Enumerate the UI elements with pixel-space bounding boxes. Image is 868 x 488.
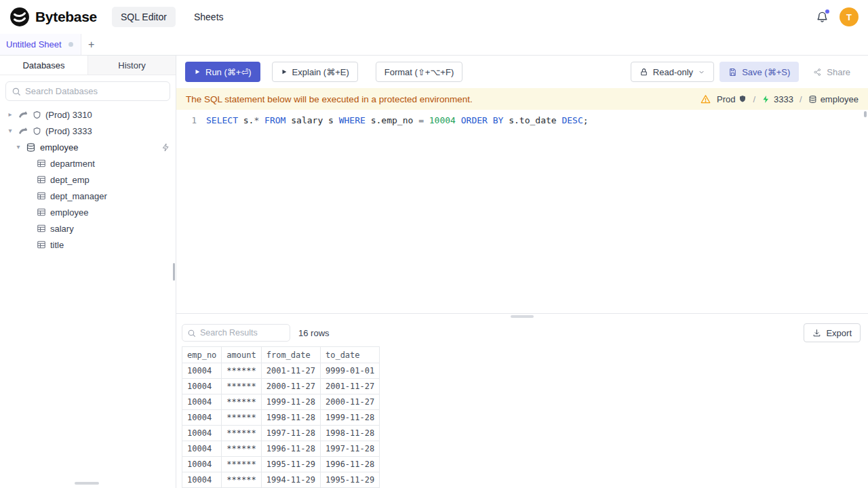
column-header-emp_no[interactable]: emp_no — [182, 347, 222, 363]
table-row[interactable]: 10004******1999-11-282000-11-27 — [182, 394, 380, 410]
table-cell[interactable]: 1999-11-28 — [261, 394, 320, 410]
explain-label: Explain (⌘+E) — [292, 67, 349, 77]
table-cell[interactable]: ****** — [222, 457, 261, 472]
table-cell[interactable]: 9999-01-01 — [320, 363, 379, 379]
run-button[interactable]: Run (⌘+⏎) — [185, 62, 260, 82]
search-results-input[interactable] — [200, 328, 285, 338]
notifications-button[interactable] — [816, 11, 829, 24]
table-row[interactable]: 10004******2000-11-272001-11-27 — [182, 379, 380, 394]
connect-bolt-icon[interactable] — [161, 143, 170, 152]
table-cell[interactable]: 2001-11-27 — [261, 363, 320, 379]
sidebar-resize-handle[interactable] — [173, 263, 175, 281]
table-row[interactable]: 10004******1995-11-291996-11-28 — [182, 457, 380, 472]
table-cell[interactable]: 1996-11-28 — [320, 457, 379, 472]
table-cell[interactable]: ****** — [222, 426, 261, 441]
sidebar-table-dept_emp[interactable]: dept_emp — [0, 171, 176, 188]
sidebar-instance-3310[interactable]: ▸ (Prod) 3310 — [0, 106, 176, 123]
share-button[interactable]: Share — [804, 62, 859, 82]
table-cell[interactable]: 10004 — [182, 426, 222, 441]
table-cell[interactable]: 1995-11-29 — [261, 457, 320, 472]
environment-chip[interactable]: Prod — [717, 94, 747, 104]
table-cell[interactable]: 1994-11-29 — [261, 472, 320, 488]
sql-token: s.to_date — [503, 115, 561, 125]
table-cell[interactable]: ****** — [222, 472, 261, 488]
table-row[interactable]: 10004******1997-11-281998-11-28 — [182, 426, 380, 441]
sidebar-table-salary[interactable]: salary — [0, 220, 176, 237]
sidebar-table-department[interactable]: department — [0, 155, 176, 171]
sheet-tab-untitled[interactable]: Untitled Sheet — [0, 34, 81, 55]
brand[interactable]: Bytebase — [9, 7, 97, 27]
table-cell[interactable]: ****** — [222, 363, 261, 379]
top-bar: Bytebase SQL Editor Sheets T — [0, 0, 868, 34]
explain-button[interactable]: Explain (⌘+E) — [272, 62, 358, 82]
chevron-down-icon[interactable]: ▾ — [7, 127, 14, 134]
database-icon — [26, 142, 36, 152]
table-cell[interactable]: 10004 — [182, 379, 222, 394]
environment-label: Prod — [717, 94, 735, 104]
table-cell[interactable]: 10004 — [182, 410, 222, 426]
sql-token: 10004 — [429, 115, 456, 125]
panel-splitter[interactable] — [176, 313, 868, 319]
table-cell[interactable]: 1998-11-28 — [261, 410, 320, 426]
sidebar-tabs: Databases History — [0, 56, 176, 75]
table-cell[interactable]: 1999-11-28 — [320, 410, 379, 426]
separator: / — [753, 94, 755, 104]
instance-chip[interactable]: 3333 — [762, 94, 793, 104]
instance-engine-icon — [18, 125, 28, 136]
results-table: emp_noamountfrom_dateto_date 10004******… — [182, 346, 380, 488]
table-item-label: department — [50, 159, 95, 169]
chevron-right-icon[interactable]: ▸ — [7, 111, 14, 118]
table-cell[interactable]: ****** — [222, 394, 261, 410]
results-table-wrap: emp_noamountfrom_dateto_date 10004******… — [176, 346, 868, 488]
database-search — [5, 81, 170, 101]
table-row[interactable]: 10004******2001-11-279999-01-01 — [182, 363, 380, 379]
table-cell[interactable]: 1995-11-29 — [320, 472, 379, 488]
run-label: Run (⌘+⏎) — [205, 67, 252, 77]
column-header-from_date[interactable]: from_date — [261, 347, 320, 363]
sidebar-database-employee[interactable]: ▾ employee — [0, 139, 176, 155]
table-icon — [37, 207, 46, 217]
editor-scrollbar-thumb[interactable] — [864, 111, 867, 117]
notification-dot — [825, 9, 829, 14]
tab-databases[interactable]: Databases — [0, 56, 87, 75]
column-header-amount[interactable]: amount — [222, 347, 261, 363]
sidebar-horizontal-scrollbar[interactable] — [75, 482, 99, 485]
sidebar-instance-3333[interactable]: ▾ (Prod) 3333 — [0, 123, 176, 139]
sidebar-table-dept_manager[interactable]: dept_manager — [0, 188, 176, 204]
table-row[interactable]: 10004******1996-11-281997-11-28 — [182, 441, 380, 457]
search-databases-input[interactable] — [25, 86, 164, 96]
sidebar-table-employee[interactable]: employee — [0, 204, 176, 220]
database-chip[interactable]: employee — [808, 94, 859, 104]
nav-sql-editor[interactable]: SQL Editor — [112, 7, 176, 27]
table-cell[interactable]: ****** — [222, 379, 261, 394]
sql-editor[interactable]: 1 SELECT s.* FROM salary s WHERE s.emp_n… — [176, 110, 868, 313]
table-cell[interactable]: 2001-11-27 — [320, 379, 379, 394]
table-cell[interactable]: 10004 — [182, 457, 222, 472]
table-cell[interactable]: 1996-11-28 — [261, 441, 320, 457]
avatar[interactable]: T — [840, 7, 859, 26]
tab-history[interactable]: History — [87, 56, 176, 75]
table-row[interactable]: 10004******1994-11-291995-11-29 — [182, 472, 380, 488]
table-cell[interactable]: 1997-11-28 — [320, 441, 379, 457]
table-cell[interactable]: 10004 — [182, 472, 222, 488]
table-cell[interactable]: 10004 — [182, 363, 222, 379]
table-cell[interactable]: 1998-11-28 — [320, 426, 379, 441]
table-cell[interactable]: 10004 — [182, 441, 222, 457]
table-cell[interactable]: 2000-11-27 — [320, 394, 379, 410]
table-row[interactable]: 10004******1998-11-281999-11-28 — [182, 410, 380, 426]
save-button[interactable]: Save (⌘+S) — [719, 62, 799, 82]
sidebar-table-title[interactable]: title — [0, 237, 176, 253]
nav-sheets[interactable]: Sheets — [185, 7, 233, 27]
table-cell[interactable]: 1997-11-28 — [261, 426, 320, 441]
add-sheet-button[interactable]: + — [81, 34, 102, 55]
table-cell[interactable]: ****** — [222, 410, 261, 426]
readonly-mode-button[interactable]: Read-only — [631, 62, 714, 82]
format-button[interactable]: Format (⇧+⌥+F) — [376, 62, 462, 82]
table-cell[interactable]: 10004 — [182, 394, 222, 410]
table-cell[interactable]: ****** — [222, 441, 261, 457]
chevron-down-icon[interactable]: ▾ — [15, 144, 22, 150]
column-header-to_date[interactable]: to_date — [320, 347, 379, 363]
table-cell[interactable]: 2000-11-27 — [261, 379, 320, 394]
sql-token: ; — [583, 115, 589, 125]
export-button[interactable]: Export — [804, 323, 861, 342]
